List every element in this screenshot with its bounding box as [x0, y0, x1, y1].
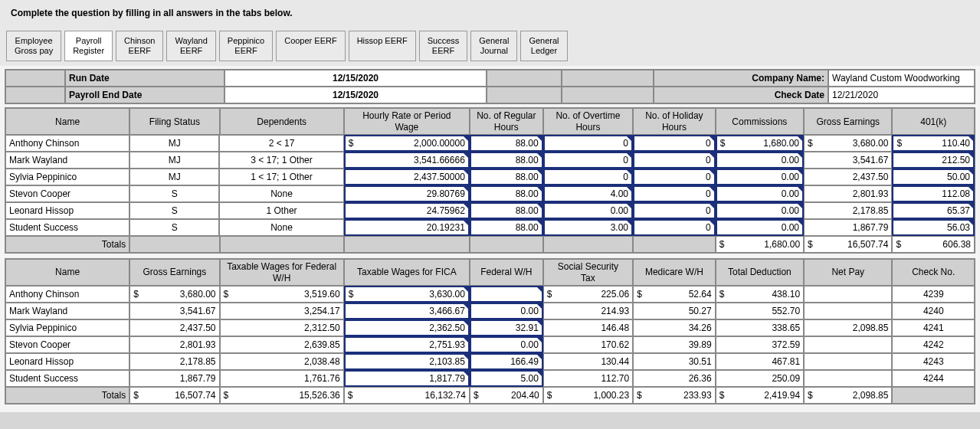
col-net-pay-header: Net Pay — [804, 259, 892, 286]
payroll-table-2: Name Gross Earnings Taxable Wages for Fe… — [5, 258, 975, 404]
commissions-input[interactable]: $1,680.00 — [716, 135, 804, 152]
filing-status: MJ — [129, 135, 219, 152]
col-gross-earnings-header-2: Gross Earnings — [129, 259, 219, 286]
net-pay — [804, 353, 892, 370]
holiday-hours-input[interactable]: 0 — [633, 152, 716, 169]
taxable-federal: 3,254.17 — [220, 303, 344, 319]
tab-wayland[interactable]: WaylandEERF — [166, 31, 215, 61]
regular-hours-input[interactable]: 88.00 — [470, 185, 543, 202]
end-date-label: Payroll End Date — [65, 87, 225, 103]
tab-employee[interactable]: EmployeeGross pay — [6, 31, 61, 61]
overtime-hours-input[interactable]: 0.00 — [543, 202, 633, 219]
overtime-hours-input[interactable]: 0 — [543, 135, 633, 152]
overtime-hours-input[interactable]: 4.00 — [543, 185, 633, 202]
filing-status: MJ — [129, 152, 219, 169]
regular-hours-input[interactable]: 88.00 — [470, 219, 543, 236]
net-pay: 2,098.85 — [804, 319, 892, 336]
ss-tax: 214.93 — [543, 303, 633, 319]
401k-input[interactable]: 112.08 — [892, 185, 975, 202]
gross-earnings: 2,178.85 — [129, 353, 219, 370]
taxable-fica-input[interactable]: 2,103.85 — [344, 353, 470, 370]
gross-earnings: 3,541.67 — [804, 152, 892, 169]
table-row: Mark Wayland3,541.673,254.173,466.670.00… — [5, 303, 975, 319]
holiday-hours-input[interactable]: 0 — [633, 135, 716, 152]
401k-input[interactable]: $110.40 — [892, 135, 975, 152]
taxable-federal: $3,519.60 — [220, 286, 344, 303]
401k-input[interactable]: 50.00 — [892, 169, 975, 185]
hourly-rate-input[interactable]: 2,437.50000 — [344, 169, 470, 185]
check-no: 4243 — [892, 353, 975, 370]
totals-label: Totals — [5, 236, 129, 253]
spacer — [344, 236, 470, 253]
commissions-input[interactable]: 0.00 — [716, 169, 804, 185]
regular-hours-input[interactable]: 88.00 — [470, 169, 543, 185]
totals-label-2: Totals — [5, 387, 129, 404]
holiday-hours-input[interactable]: 0 — [633, 169, 716, 185]
federal-wh-input[interactable]: 0.00 — [470, 303, 543, 319]
federal-wh-input[interactable]: 166.49 — [470, 353, 543, 370]
ss-tax: 146.48 — [543, 319, 633, 336]
total-commissions: $1,680.00 — [716, 236, 804, 253]
total-deduction: $2,419.94 — [716, 387, 804, 404]
401k-input[interactable]: 65.37 — [892, 202, 975, 219]
tab-hissop-eerf[interactable]: Hissop EERF — [349, 31, 416, 61]
taxable-fica-input[interactable]: $3,630.00 — [344, 286, 470, 303]
total-deduction: 552.70 — [716, 303, 804, 319]
federal-wh-input[interactable]: 32.91 — [470, 319, 543, 336]
taxable-fica-input[interactable]: 2,751.93 — [344, 336, 470, 353]
table-row: Student SuccessSNone20.1923188.003.0000.… — [5, 219, 975, 236]
total-401k: $606.38 — [892, 236, 975, 253]
401k-input[interactable]: 212.50 — [892, 152, 975, 169]
col-overtime-hours-header: No. of OvertimeHours — [543, 108, 633, 135]
tab-general[interactable]: GeneralJournal — [470, 31, 517, 61]
overtime-hours-input[interactable]: 0 — [543, 169, 633, 185]
taxable-federal: 2,312.50 — [220, 319, 344, 336]
taxable-fica-input[interactable]: 1,817.79 — [344, 370, 470, 387]
tab-peppinico[interactable]: PeppinicoEERF — [219, 31, 273, 61]
spacer — [633, 236, 716, 253]
overtime-hours-input[interactable]: 3.00 — [543, 219, 633, 236]
medicare-wh: 30.51 — [633, 353, 716, 370]
employee-name: Leonard Hissop — [5, 202, 129, 219]
holiday-hours-input[interactable]: 0 — [633, 202, 716, 219]
gross-earnings: 2,801.93 — [804, 185, 892, 202]
tab-payroll[interactable]: PayrollRegister — [64, 31, 113, 61]
regular-hours-input[interactable]: 88.00 — [470, 152, 543, 169]
regular-hours-input[interactable]: 88.00 — [470, 135, 543, 152]
total-ss-tax: $1,000.23 — [543, 387, 633, 404]
spacer — [487, 70, 562, 87]
federal-wh-input[interactable]: 0.00 — [470, 336, 543, 353]
commissions-input[interactable]: 0.00 — [716, 219, 804, 236]
net-pay — [804, 303, 892, 319]
gross-earnings: 3,541.67 — [129, 303, 219, 319]
spacer — [129, 236, 219, 253]
holiday-hours-input[interactable]: 0 — [633, 185, 716, 202]
tab-chinson[interactable]: ChinsonEERF — [116, 31, 163, 61]
hourly-rate-input[interactable]: 3,541.66666 — [344, 152, 470, 169]
total-deduction: 467.81 — [716, 353, 804, 370]
check-date-label: Check Date — [654, 87, 828, 103]
regular-hours-input[interactable]: 88.00 — [470, 202, 543, 219]
federal-wh-input[interactable] — [470, 286, 543, 303]
commissions-input[interactable]: 0.00 — [716, 185, 804, 202]
tab-cooper-eerf[interactable]: Cooper EERF — [276, 31, 345, 61]
taxable-fica-input[interactable]: 3,466.67 — [344, 303, 470, 319]
commissions-input[interactable]: 0.00 — [716, 152, 804, 169]
tab-success[interactable]: SuccessEERF — [419, 31, 468, 61]
overtime-hours-input[interactable]: 0 — [543, 152, 633, 169]
federal-wh-input[interactable]: 5.00 — [470, 370, 543, 387]
sheet: Run Date 12/15/2020 Company Name: Waylan… — [0, 66, 980, 412]
taxable-fica-input[interactable]: 2,362.50 — [344, 319, 470, 336]
hourly-rate-input[interactable]: 29.80769 — [344, 185, 470, 202]
holiday-hours-input[interactable]: 0 — [633, 219, 716, 236]
hourly-rate-input[interactable]: 20.19231 — [344, 219, 470, 236]
401k-input[interactable]: 56.03 — [892, 219, 975, 236]
tab-general[interactable]: GeneralLedger — [520, 31, 567, 61]
medicare-wh: 39.89 — [633, 336, 716, 353]
employee-name: Stevon Cooper — [5, 185, 129, 202]
hourly-rate-input[interactable]: 24.75962 — [344, 202, 470, 219]
total-fica-wages: $16,132.74 — [344, 387, 470, 404]
table-row: Student Success1,867.791,761.761,817.795… — [5, 370, 975, 387]
hourly-rate-input[interactable]: $2,000.00000 — [344, 135, 470, 152]
commissions-input[interactable]: 0.00 — [716, 202, 804, 219]
